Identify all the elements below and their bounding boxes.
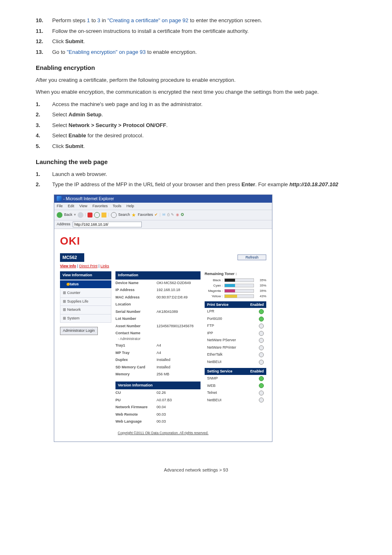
menu-help[interactable]: Help	[127, 204, 134, 208]
steps-10-13: 10. Perform steps 1 to 3 in "Creating a …	[36, 16, 356, 56]
status-dot-icon	[259, 317, 264, 321]
search-icon[interactable]	[111, 212, 117, 218]
home-icon[interactable]	[101, 213, 106, 217]
link-step3[interactable]: 3	[97, 17, 100, 23]
service-row: NetWare PServer	[205, 337, 266, 344]
step-number: 2.	[36, 180, 52, 189]
toner-row: Magenta :35%	[205, 289, 266, 294]
menu-favorites[interactable]: Favorites	[92, 204, 108, 208]
nav-supplies-life[interactable]: ⊞ Supplies Life	[60, 298, 111, 306]
toner-row: Black :35%	[205, 278, 266, 283]
page-footer: Advanced network settings > 93	[36, 467, 356, 474]
back-label[interactable]: Back	[64, 212, 72, 218]
service-row: FTP	[205, 322, 266, 330]
administrator-login-button[interactable]: Administrator Login	[60, 327, 98, 335]
service-row: EtherTalk	[205, 351, 266, 358]
toner-bar	[224, 289, 254, 293]
step-body: Go to "Enabling encryption" on page 93 t…	[52, 48, 356, 56]
info-key: MP Tray	[115, 350, 157, 356]
version-row: Network Firmware00.04	[115, 404, 201, 411]
step-body: Launch a web browser.	[52, 170, 356, 178]
print-icon[interactable]: ⎙	[167, 212, 169, 218]
menu-tools[interactable]: Tools	[113, 204, 121, 208]
nav-view-information[interactable]: View Information	[60, 271, 111, 280]
info-value: AK18041089	[157, 309, 201, 315]
info-value: Installed	[157, 357, 201, 363]
history-icon[interactable]: ✔	[154, 212, 158, 218]
info-key: CU	[115, 390, 157, 396]
link-step1[interactable]: 1	[87, 17, 90, 23]
link-creating-certificate[interactable]: "Creating a certificate" on page 92	[107, 17, 188, 23]
edit-icon[interactable]: ✎	[171, 212, 174, 218]
step-body: Click Submit.	[52, 142, 356, 150]
step-number: 1.	[36, 170, 52, 178]
service-row: IPP	[205, 330, 266, 337]
info-row: Contact Name- Administrator	[115, 330, 201, 342]
step-number: 13.	[36, 48, 52, 56]
info-value: 02.26	[157, 390, 201, 396]
tab-view-info[interactable]: View Info	[60, 264, 76, 268]
info-key: Memory	[115, 372, 157, 377]
service-name: Telnet	[207, 390, 217, 396]
version-row: Web Remote00.03	[115, 411, 201, 419]
remaining-toner-label: Remaining Toner :	[205, 271, 266, 277]
menu-edit[interactable]: Edit	[68, 204, 74, 208]
info-key: Device Name	[115, 280, 157, 286]
info-key: SD Memory Card	[115, 365, 157, 370]
service-row: NetBEUI	[205, 397, 266, 404]
info-key: Network Firmware	[115, 405, 157, 410]
info-row: MAC Address00:80:87:D2:D8:49	[115, 294, 201, 301]
info-value: 256 MB	[157, 372, 201, 377]
favorites-star-icon[interactable]: ★	[131, 211, 136, 219]
service-row: Telnet	[205, 389, 266, 397]
step-number: 3.	[36, 121, 52, 130]
step-body: Select Admin Setup.	[52, 111, 356, 119]
nav-counter[interactable]: ⊞ Counter	[60, 289, 111, 298]
service-name: Port9100	[207, 316, 222, 322]
nav-network[interactable]: ⊞ Network	[60, 306, 111, 314]
toner-label: Black :	[205, 278, 223, 283]
copyright: Copyright ©2011 Oki Data Corporation. Al…	[60, 430, 266, 436]
service-name: SNMP	[207, 376, 218, 382]
tab-direct-print[interactable]: Direct Print	[79, 264, 98, 268]
forward-icon[interactable]	[78, 212, 83, 218]
menu-view[interactable]: View	[79, 204, 87, 208]
tab-links[interactable]: Links	[101, 264, 109, 268]
refresh-button[interactable]: Refresh	[238, 254, 266, 260]
status-dot-icon	[259, 338, 264, 343]
service-name: NetBEUI	[207, 398, 221, 403]
discuss-icon[interactable]: ◉	[176, 212, 179, 218]
toner-bar	[224, 278, 254, 282]
info-key: Web Remote	[115, 412, 157, 418]
toner-bar	[224, 294, 254, 298]
messenger-icon[interactable]: ✪	[181, 212, 184, 218]
information-panel: Information Device NameOKI-MC562-D2D849I…	[115, 271, 201, 426]
para: When you enable encryption, the communic…	[36, 88, 356, 96]
reload-icon[interactable]	[94, 212, 100, 218]
steps-enable: 1.Access the machine's web page and log …	[36, 100, 356, 150]
info-row: SD Memory CardInstalled	[115, 364, 201, 371]
favorites-label[interactable]: Favorites	[138, 212, 153, 218]
toner-label: Cyan :	[205, 283, 223, 288]
nav-system[interactable]: ⊞ System	[60, 314, 111, 323]
status-dot-icon	[259, 398, 264, 402]
heading-launching-web-page: Launching the web page	[36, 157, 356, 167]
step-number: 5.	[36, 142, 52, 150]
toner-percent: 35%	[256, 278, 266, 283]
back-icon[interactable]	[57, 212, 62, 218]
info-row: Lot Number	[115, 315, 201, 323]
service-name: LPR	[207, 309, 214, 314]
search-label[interactable]: Search	[118, 212, 130, 218]
address-input[interactable]	[73, 222, 142, 227]
nav-status[interactable]: Status	[60, 280, 111, 289]
mail-icon[interactable]: ✉	[162, 212, 166, 218]
info-value: 00.04	[157, 405, 201, 410]
info-row: Serial NumberAK18041089	[115, 308, 201, 316]
link-enabling-encryption[interactable]: "Enabling encryption" on page 93	[67, 49, 145, 55]
info-row: Tray1A4	[115, 342, 201, 349]
stop-icon[interactable]	[88, 213, 92, 217]
info-value	[157, 316, 201, 322]
status-dot-icon	[259, 324, 264, 328]
step-number: 2.	[36, 111, 52, 119]
menu-file[interactable]: File	[57, 204, 63, 208]
